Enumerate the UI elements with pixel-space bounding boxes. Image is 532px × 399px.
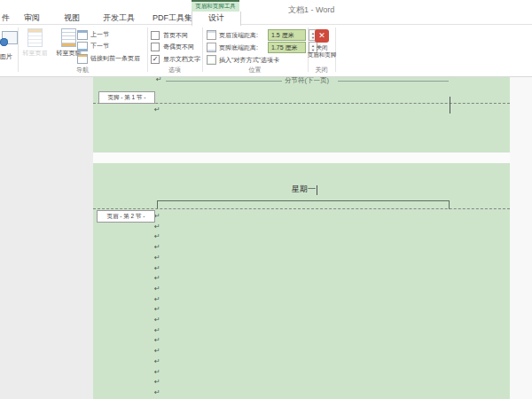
different-odd-even-label: 奇偶页不同 xyxy=(163,43,194,51)
previous-section-label: 上一节 xyxy=(90,30,109,39)
different-odd-even-checkbox[interactable]: 奇偶页不同 xyxy=(151,42,194,51)
footer-boundary-dashed-line xyxy=(93,103,510,104)
paragraph-mark: ↵ xyxy=(154,348,160,355)
next-section-label: 下一节 xyxy=(90,42,109,51)
go-to-header-icon xyxy=(27,28,43,47)
tab-design-active[interactable]: 设计 xyxy=(192,12,241,26)
footer-from-bottom-row: 页脚底端距离: 1.75 厘米 xyxy=(207,42,317,53)
link-to-previous-label: 链接到前一条页眉 xyxy=(90,54,140,63)
header-position-icon xyxy=(207,30,216,40)
paragraph-mark: ↵ xyxy=(154,306,160,313)
paragraph-mark: ↵ xyxy=(154,233,160,240)
text-cursor xyxy=(450,97,450,113)
previous-section-icon xyxy=(77,30,88,40)
paragraph-mark: ↵ xyxy=(154,358,160,365)
footer-from-bottom-label: 页脚底端距离: xyxy=(219,43,265,52)
previous-section-button[interactable]: 上一节 xyxy=(77,29,109,40)
tab-view[interactable]: 视图 xyxy=(64,12,80,24)
header-section2-tag: 页眉 - 第 2 节 - xyxy=(97,210,155,223)
paragraph-mark: ↵ xyxy=(154,223,160,231)
go-to-footer-icon xyxy=(61,28,76,47)
paragraph-mark: ↵ xyxy=(154,213,160,220)
paragraph-mark: ↵ xyxy=(154,244,160,251)
different-first-page-checkbox[interactable]: 首页不同 xyxy=(151,30,188,40)
checkbox-icon[interactable] xyxy=(151,43,160,51)
window-title: 文档1 - Word xyxy=(288,4,334,16)
document-area: ↵ 分节符(下一页) 页脚 - 第 1 节 - ↵ 星期一 页眉 - 第 2 节… xyxy=(0,77,532,399)
show-document-text-label: 显示文档文字 xyxy=(163,55,200,64)
insert-alignment-tab-label: 插入"对齐方式"选项卡 xyxy=(219,56,279,65)
close-button-label-line2: 页眉和页脚 xyxy=(302,51,341,59)
paragraph-mark: ↵ xyxy=(154,337,160,344)
text-cursor xyxy=(317,185,317,195)
header-text[interactable]: 星期一 xyxy=(292,184,316,195)
titlebar: 文档1 - Word 件 审阅 视图 开发工具 PDF工具集 页眉和页脚工具 设… xyxy=(0,0,532,25)
header-from-top-row: 页眉顶端距离: 1.5 厘米 xyxy=(207,29,317,41)
link-to-previous-button[interactable]: 链接到前一条页眉 xyxy=(77,53,140,64)
tab-pdf-tools[interactable]: PDF工具集 xyxy=(153,12,192,24)
header-bottom-border xyxy=(157,200,450,201)
different-first-page-label: 首页不同 xyxy=(163,31,188,40)
contextual-tools-label: 页眉和页脚工具 xyxy=(192,0,239,12)
section-break-label: 分节符(下一页) xyxy=(285,76,329,85)
tab-partial[interactable]: 件 xyxy=(2,12,10,24)
group-label-navigation: 导航 xyxy=(18,66,147,74)
alignment-tab-icon xyxy=(207,55,216,65)
go-to-header-button[interactable]: 转至页眉 xyxy=(19,27,51,70)
paragraph-mark: ↵ xyxy=(154,369,160,376)
paragraph-mark: ↵ xyxy=(154,275,160,282)
globe-icon xyxy=(0,38,8,46)
header-boundary-dashed-line xyxy=(93,208,510,209)
online-pictures-icon[interactable] xyxy=(2,31,18,44)
close-button-label-line1: 关闭 xyxy=(302,44,341,51)
canvas-left-margin xyxy=(0,77,93,399)
link-to-previous-icon xyxy=(77,54,88,64)
header-from-top-label: 页眉顶端距离: xyxy=(219,31,265,40)
group-label-close: 关闭 xyxy=(308,66,335,74)
paragraph-mark: ↵ xyxy=(156,76,162,83)
tab-review[interactable]: 审阅 xyxy=(24,12,40,24)
show-document-text-checkbox[interactable]: ✓ 显示文档文字 xyxy=(151,54,200,64)
paragraph-mark: ↵ xyxy=(154,254,160,262)
canvas-right-margin xyxy=(510,77,532,399)
page-1[interactable]: ↵ 分节符(下一页) 页脚 - 第 1 节 - ↵ xyxy=(93,77,510,153)
ribbon-header-footer-design: 图片 转至页眉 转至页脚 上一节 下一节 链接到前一条页眉 导航 首页不同 xyxy=(0,25,532,77)
footer-section1-tag: 页脚 - 第 1 节 - xyxy=(98,91,155,104)
insert-alignment-tab-button[interactable]: 插入"对齐方式"选项卡 xyxy=(207,54,279,66)
footer-position-icon xyxy=(207,43,216,52)
paragraph-mark: ↵ xyxy=(154,317,160,324)
group-label-position: 位置 xyxy=(202,66,308,74)
group-label-options: 选项 xyxy=(147,66,202,74)
paragraph-mark: ↵ xyxy=(154,286,160,293)
tab-developer[interactable]: 开发工具 xyxy=(103,12,135,24)
close-red-x-icon xyxy=(315,29,329,43)
footer-from-bottom-input[interactable]: 1.75 厘米 xyxy=(268,42,306,53)
paragraph-mark: ↵ xyxy=(154,379,160,386)
checkbox-checked-icon[interactable]: ✓ xyxy=(151,55,160,64)
next-section-button[interactable]: 下一节 xyxy=(77,41,109,51)
header-from-top-input[interactable]: 1.5 厘米 xyxy=(268,29,306,41)
paragraph-mark: ↵ xyxy=(154,327,160,334)
close-header-footer-button[interactable]: 关闭 页眉和页脚 xyxy=(302,28,341,66)
paragraph-mark: ↵ xyxy=(154,106,160,113)
next-section-icon xyxy=(77,42,88,51)
section-break-line xyxy=(166,81,282,82)
section-break-line xyxy=(338,81,449,82)
page-2[interactable]: 星期一 页眉 - 第 2 节 - ↵↵↵↵↵↵↵↵↵↵↵↵↵↵↵↵↵↵ xyxy=(93,163,510,399)
paragraph-mark: ↵ xyxy=(154,265,160,272)
word-window: 文档1 - Word 件 审阅 视图 开发工具 PDF工具集 页眉和页脚工具 设… xyxy=(0,0,532,399)
paragraph-mark: ↵ xyxy=(154,296,160,303)
page-gap xyxy=(93,153,510,163)
online-pictures-label[interactable]: 图片 xyxy=(0,52,18,61)
go-to-header-label: 转至页眉 xyxy=(19,49,51,58)
checkbox-icon[interactable] xyxy=(151,31,160,40)
paragraph-mark: ↵ xyxy=(154,389,160,396)
